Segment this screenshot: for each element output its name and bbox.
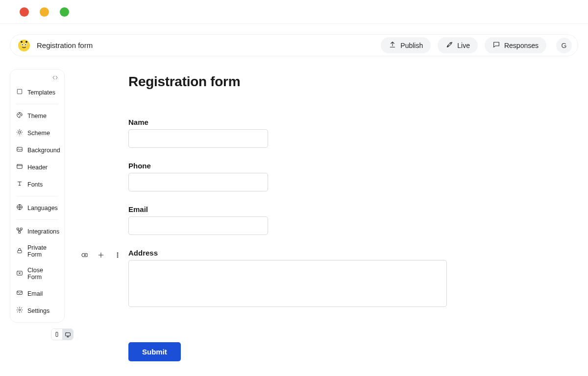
globe-icon (16, 204, 23, 212)
sidebar-item-background[interactable]: Background (13, 142, 61, 158)
svg-point-4 (25, 44, 26, 45)
sidebar-item-label: Private Form (27, 244, 58, 258)
svg-point-11 (19, 131, 21, 134)
chat-icon (492, 41, 500, 50)
live-label: Live (457, 42, 470, 49)
svg-rect-15 (17, 228, 19, 230)
divider (16, 104, 58, 104)
sidebar-item-close[interactable]: Close Form (13, 263, 61, 284)
svg-rect-22 (56, 332, 58, 337)
sidebar-item-settings[interactable]: Settings (13, 303, 61, 318)
svg-point-8 (18, 114, 19, 115)
layout-icon (16, 163, 23, 171)
phone-input[interactable] (128, 173, 268, 191)
publish-button[interactable]: Publish (381, 37, 431, 53)
svg-point-21 (19, 309, 21, 311)
divider (16, 196, 58, 196)
address-label: Address (128, 249, 578, 257)
page-title: Registration form (37, 41, 93, 49)
rocket-icon (445, 41, 453, 50)
name-input[interactable] (128, 129, 268, 148)
email-label: Email (128, 205, 578, 213)
address-input[interactable] (128, 260, 447, 307)
svg-point-10 (21, 114, 21, 115)
close-window-icon[interactable] (20, 7, 29, 17)
top-bar: Registration form Publish Live Responses… (10, 34, 578, 56)
field-name: Name (128, 118, 578, 148)
form-canvas: Registration form Name Phone Email Addre… (128, 69, 578, 361)
add-icon[interactable] (97, 251, 105, 261)
device-toggle (51, 329, 74, 340)
minimize-window-icon[interactable] (40, 7, 49, 17)
submit-button[interactable]: Submit (128, 342, 181, 361)
responses-label: Responses (504, 42, 539, 49)
sidebar-item-label: Header (27, 164, 48, 171)
sidebar-item-email[interactable]: Email (13, 286, 61, 301)
svg-rect-18 (18, 250, 22, 253)
svg-point-26 (117, 257, 118, 258)
phone-label: Phone (128, 162, 578, 170)
name-label: Name (128, 118, 578, 126)
sidebar-item-label: Templates (27, 89, 55, 96)
svg-rect-17 (19, 232, 21, 234)
image-icon (16, 146, 23, 154)
app-logo-icon (18, 40, 30, 51)
sidebar-item-theme[interactable]: Theme (13, 108, 61, 123)
sidebar-item-header[interactable]: Header (13, 160, 61, 175)
nodes-icon (16, 227, 23, 235)
divider (16, 219, 58, 220)
upload-icon (389, 41, 396, 50)
templates-icon (16, 88, 23, 96)
sidebar-item-label: Background (27, 147, 60, 154)
svg-point-25 (117, 255, 118, 256)
more-icon[interactable] (114, 251, 122, 261)
sidebar-item-label: Close Form (27, 267, 58, 281)
delete-icon[interactable] (80, 251, 88, 261)
live-button[interactable]: Live (438, 37, 478, 53)
window-traffic-lights (0, 0, 588, 24)
svg-rect-16 (21, 228, 23, 230)
type-icon (16, 180, 23, 188)
close-form-icon (16, 270, 23, 278)
collapse-icon[interactable] (13, 73, 61, 83)
sidebar-item-label: Settings (27, 307, 49, 314)
sidebar-item-fonts[interactable]: Fonts (13, 177, 61, 192)
sidebar-item-label: Theme (27, 113, 47, 119)
divider (0, 24, 588, 24)
sidebar-item-scheme[interactable]: Scheme (13, 125, 61, 141)
field-address: Address (128, 249, 578, 309)
palette-icon (16, 112, 23, 120)
svg-rect-20 (17, 291, 23, 295)
svg-point-5 (21, 41, 23, 43)
sidebar-item-label: Fonts (27, 181, 43, 188)
publish-label: Publish (400, 42, 423, 49)
avatar[interactable]: G (556, 38, 572, 53)
email-input[interactable] (128, 216, 268, 235)
maximize-window-icon[interactable] (60, 7, 69, 17)
svg-point-24 (117, 253, 118, 254)
svg-rect-7 (17, 89, 22, 94)
sun-icon (16, 129, 23, 137)
desktop-view-button[interactable] (62, 329, 73, 340)
field-phone: Phone (128, 162, 578, 191)
mail-icon (16, 289, 23, 298)
sidebar-item-integrations[interactable]: Integrations (13, 224, 61, 239)
gear-icon (16, 306, 23, 315)
sidebar-item-label: Languages (27, 205, 58, 212)
sidebar-item-templates[interactable]: Templates (13, 85, 61, 100)
responses-button[interactable]: Responses (485, 37, 546, 53)
svg-point-9 (19, 114, 20, 114)
block-actions (81, 69, 121, 361)
form-heading: Registration form (128, 74, 578, 90)
svg-point-3 (22, 44, 23, 45)
sidebar-item-label: Email (27, 290, 43, 297)
sidebar-item-languages[interactable]: Languages (13, 200, 61, 215)
sidebar-item-label: Integrations (27, 228, 59, 235)
lock-icon (16, 247, 23, 256)
svg-rect-23 (65, 332, 70, 336)
sidebar-item-private[interactable]: Private Form (13, 241, 61, 261)
svg-rect-13 (17, 164, 23, 168)
sidebar: Templates Theme Scheme Background Header (10, 69, 65, 323)
field-email: Email (128, 205, 578, 235)
mobile-view-button[interactable] (51, 329, 62, 340)
